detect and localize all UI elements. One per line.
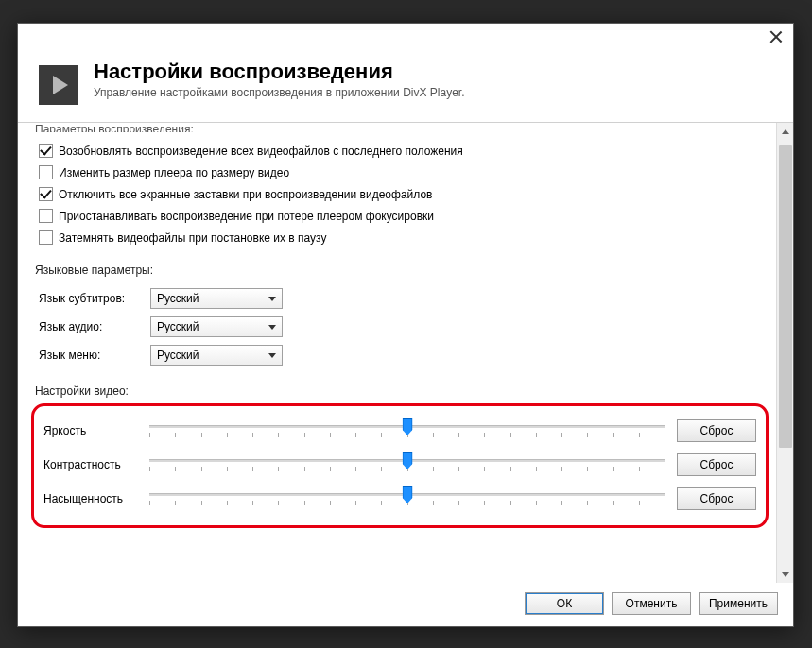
checkbox-dim-pause[interactable] [39, 230, 53, 245]
contrast-row: Контрастность Сброс [43, 448, 756, 482]
option-screensaver: Отключить все экранные заставки при восп… [39, 183, 772, 205]
brightness-reset-button[interactable]: Сброс [677, 419, 756, 442]
apply-button[interactable]: Применить [699, 592, 778, 615]
vertical-scrollbar[interactable] [776, 123, 793, 583]
brightness-row: Яркость Сброс [43, 414, 756, 448]
dropdown-value: Русский [157, 320, 199, 333]
option-label[interactable]: Отключить все экранные заставки при восп… [59, 188, 432, 201]
brightness-label: Яркость [43, 424, 138, 437]
cancel-button[interactable]: Отменить [612, 592, 691, 615]
subtitle-lang-label: Язык субтитров: [39, 292, 143, 305]
content-area: Параметры воспроизведения: Возобновлять … [18, 123, 776, 583]
audio-lang-row: Язык аудио: Русский [39, 313, 772, 341]
header-text: Настройки воспроизведения Управление нас… [94, 60, 465, 99]
dropdown-value: Русский [157, 349, 199, 362]
contrast-slider[interactable] [149, 453, 665, 476]
scroll-down-icon[interactable] [777, 566, 793, 583]
titlebar [18, 24, 793, 52]
option-label[interactable]: Изменить размер плеера по размеру видео [59, 166, 289, 179]
saturation-label: Насыщенность [43, 492, 138, 505]
subtitle-lang-row: Язык субтитров: Русский [39, 284, 772, 313]
dialog-footer: ОК Отменить Применить [18, 583, 793, 626]
dialog-subtitle: Управление настройками воспроизведения в… [94, 86, 465, 99]
option-resume: Возобновлять воспроизведение всех видеоф… [39, 140, 772, 162]
checkbox-pause-focus[interactable] [39, 209, 53, 223]
language-group-label: Языковые параметры: [35, 264, 772, 277]
saturation-reset-button[interactable]: Сброс [677, 487, 756, 510]
option-label[interactable]: Возобновлять воспроизведение всех видеоф… [59, 145, 463, 158]
menu-lang-row: Язык меню: Русский [39, 341, 772, 369]
dialog-title: Настройки воспроизведения [94, 60, 465, 84]
option-label[interactable]: Затемнять видеофайлы при постановке их в… [59, 231, 326, 245]
contrast-reset-button[interactable]: Сброс [677, 453, 756, 476]
saturation-row: Насыщенность Сброс [43, 482, 756, 516]
dropdown-value: Русский [157, 292, 199, 305]
language-options: Язык субтитров: Русский Язык аудио: Русс… [31, 282, 772, 377]
play-icon [39, 65, 78, 105]
menu-lang-dropdown[interactable]: Русский [150, 345, 283, 366]
scroll-thumb[interactable] [779, 145, 792, 448]
playback-group-label: Параметры воспроизведения: [35, 123, 772, 132]
option-label[interactable]: Приостанавливать воспроизведение при пот… [59, 210, 434, 223]
contrast-label: Контрастность [43, 458, 138, 471]
brightness-slider[interactable] [149, 419, 665, 442]
ok-button[interactable]: ОК [525, 592, 604, 615]
dialog-header: Настройки воспроизведения Управление нас… [18, 52, 793, 123]
checkbox-screensaver[interactable] [39, 187, 53, 201]
audio-lang-dropdown[interactable]: Русский [150, 316, 283, 337]
video-settings-highlight: Яркость Сброс Контрастность С [31, 403, 769, 528]
checkbox-resume[interactable] [39, 144, 53, 158]
option-dim-pause: Затемнять видеофайлы при постановке их в… [39, 227, 772, 248]
option-resize: Изменить размер плеера по размеру видео [39, 162, 772, 183]
scroll-up-icon[interactable] [777, 123, 793, 140]
menu-lang-label: Язык меню: [39, 349, 143, 362]
settings-dialog: Настройки воспроизведения Управление нас… [17, 23, 794, 627]
video-group-label: Настройки видео: [35, 384, 772, 398]
checkbox-resize[interactable] [39, 165, 53, 179]
audio-lang-label: Язык аудио: [39, 320, 143, 333]
playback-options: Возобновлять воспроизведение всех видеоф… [31, 138, 772, 256]
close-icon[interactable] [769, 29, 784, 44]
saturation-slider[interactable] [149, 487, 665, 510]
option-pause-focus: Приостанавливать воспроизведение при пот… [39, 205, 772, 227]
subtitle-lang-dropdown[interactable]: Русский [150, 288, 283, 309]
